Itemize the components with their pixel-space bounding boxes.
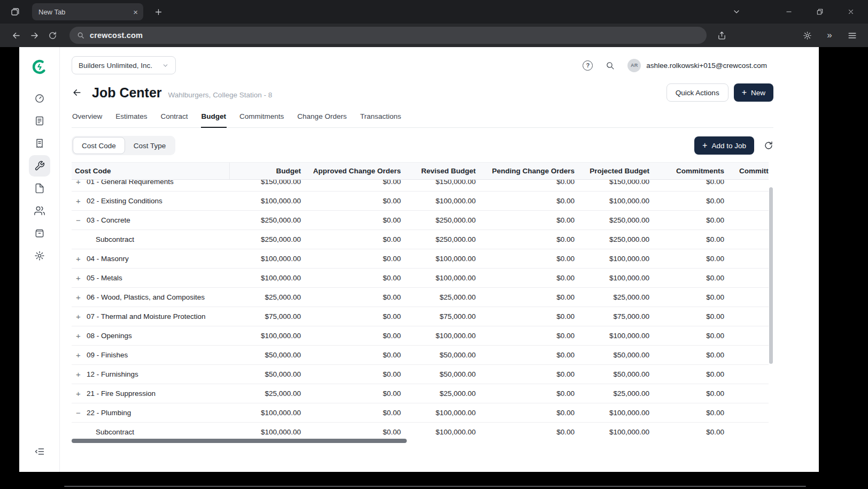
expand-icon[interactable]: +	[76, 197, 86, 205]
table-row[interactable]: −22 - Plumbing$100,000.00$0.00$100,000.0…	[72, 403, 769, 423]
url-bar[interactable]: crewcost.com	[69, 27, 707, 44]
table-row[interactable]: +02 - Existing Conditions$100,000.00$0.0…	[72, 192, 769, 211]
back-arrow-icon[interactable]	[72, 86, 86, 100]
table-row[interactable]: +05 - Metals$100,000.00$0.00$100,000.00$…	[72, 269, 769, 288]
people-icon[interactable]	[29, 200, 50, 221]
horizontal-scrollbar-thumb[interactable]	[72, 439, 407, 443]
file-icon[interactable]	[29, 178, 50, 199]
tab-stacks-icon[interactable]	[7, 4, 22, 19]
tab-change-orders[interactable]: Change Orders	[297, 110, 347, 127]
vertical-scrollbar[interactable]	[769, 181, 773, 437]
table-row[interactable]: +12 - Furnishings$50,000.00$0.00$50,000.…	[72, 365, 769, 384]
amount-cell: $0.00	[301, 389, 401, 398]
table-row[interactable]: +08 - Openings$100,000.00$0.00$100,000.0…	[72, 326, 769, 346]
amount-cell: $0.00	[301, 293, 401, 301]
tab-transactions[interactable]: Transactions	[360, 110, 402, 127]
amount-cell: $0.00	[476, 428, 575, 436]
amount-cell: $50,000.00	[401, 351, 476, 359]
jobs-wrench-icon[interactable]	[29, 155, 50, 177]
table-controls: Cost CodeCost Type + Add to Job	[72, 136, 773, 155]
tab-overview[interactable]: Overview	[72, 110, 103, 127]
expand-icon[interactable]: +	[76, 389, 86, 398]
table-row[interactable]: +21 - Fire Suppression$25,000.00$0.00$25…	[72, 384, 769, 403]
amount-cell: $0.00	[301, 370, 401, 378]
menu-icon[interactable]	[844, 28, 859, 43]
amount-cell: $0.00	[476, 255, 575, 263]
window-controls	[729, 4, 858, 19]
amount-cell: $0.00	[476, 370, 575, 378]
tab-close-icon[interactable]: ×	[133, 8, 138, 16]
amount-cell: $0.00	[476, 351, 575, 359]
table-row[interactable]: +01 - General Requirements$150,000.00$0.…	[72, 180, 769, 192]
tab-commitments[interactable]: Commitments	[239, 110, 284, 127]
app-search-icon[interactable]	[606, 61, 615, 70]
crewcost-logo[interactable]	[30, 58, 49, 76]
view-option-cost-code[interactable]: Cost Code	[73, 137, 125, 154]
help-icon[interactable]: ?	[583, 60, 593, 71]
add-to-job-label: Add to Job	[711, 142, 746, 150]
horizontal-scrollbar[interactable]	[72, 439, 769, 443]
quick-actions-button[interactable]: Quick Actions	[666, 83, 728, 102]
view-option-cost-type[interactable]: Cost Type	[125, 137, 175, 154]
invoice-document-icon[interactable]	[29, 110, 50, 132]
settings-gear-icon[interactable]	[800, 28, 815, 43]
amount-cell: $25,000.00	[230, 389, 301, 398]
cost-code-cell: +07 - Thermal and Moisture Protection	[72, 312, 230, 320]
tab-list-chevron-icon[interactable]	[729, 4, 744, 19]
collapse-icon[interactable]: −	[76, 409, 86, 417]
amount-cell: $0.00	[649, 216, 724, 224]
expand-icon[interactable]: +	[76, 293, 86, 301]
amount-cell: $0.00	[649, 293, 724, 301]
amount-cell: $100,000.00	[401, 197, 476, 205]
table-row[interactable]: Subcontract$100,000.00$0.00$100,000.00$0…	[72, 423, 769, 437]
vertical-scrollbar-thumb[interactable]	[769, 187, 773, 364]
table-row[interactable]: +07 - Thermal and Moisture Protection$75…	[72, 307, 769, 326]
amount-cell: $0.00	[649, 235, 724, 243]
amount-cell: $0.00	[649, 428, 724, 436]
amount-cell: $100,000.00	[401, 332, 476, 340]
receipt-icon[interactable]	[29, 133, 50, 154]
back-icon[interactable]	[9, 28, 24, 43]
forward-icon[interactable]	[27, 28, 42, 43]
minimize-icon[interactable]	[781, 4, 796, 19]
gear-icon[interactable]	[29, 245, 50, 266]
tab-contract[interactable]: Contract	[160, 110, 189, 127]
expand-icon[interactable]: +	[76, 370, 86, 378]
table-row[interactable]: +04 - Masonry$100,000.00$0.00$100,000.00…	[72, 249, 769, 269]
amount-cell: $0.00	[301, 409, 401, 417]
user-menu[interactable]: AR ashlee.rolkowski+015@crewcost.com	[627, 59, 767, 72]
expand-icon[interactable]: +	[76, 255, 86, 263]
reload-icon[interactable]	[45, 28, 60, 43]
share-icon[interactable]	[714, 28, 729, 43]
collapse-sidebar-icon[interactable]	[29, 441, 50, 462]
box-icon[interactable]	[29, 223, 50, 244]
amount-cell: $0.00	[301, 312, 401, 320]
expand-icon[interactable]: +	[76, 312, 86, 320]
close-window-icon[interactable]	[843, 4, 858, 19]
refresh-icon[interactable]	[764, 141, 773, 150]
main-content: Builders Unlimited, Inc. ? AR ashlee.rol…	[60, 47, 819, 472]
expand-icon[interactable]: +	[76, 274, 86, 282]
overflow-chevrons-icon[interactable]: »	[822, 28, 837, 43]
add-to-job-button[interactable]: + Add to Job	[694, 136, 754, 155]
expand-icon[interactable]: +	[76, 332, 86, 340]
table-row[interactable]: −03 - Concrete$250,000.00$0.00$250,000.0…	[72, 211, 769, 230]
table-row[interactable]: +06 - Wood, Plastics, and Composites$25,…	[72, 288, 769, 307]
expand-icon[interactable]: +	[76, 180, 86, 186]
new-tab-icon[interactable]	[151, 4, 166, 19]
collapse-icon[interactable]: −	[76, 216, 86, 224]
table-row[interactable]: Subcontract$250,000.00$0.00$250,000.00$0…	[72, 230, 769, 249]
company-name: Builders Unlimited, Inc.	[79, 62, 152, 70]
company-selector[interactable]: Builders Unlimited, Inc.	[72, 56, 176, 74]
cost-code-label: 07 - Thermal and Moisture Protection	[87, 312, 206, 320]
new-button[interactable]: + New	[734, 83, 773, 102]
tab-estimates[interactable]: Estimates	[115, 110, 148, 127]
tab-budget[interactable]: Budget	[201, 110, 227, 127]
cost-code-label: 09 - Finishes	[87, 351, 128, 359]
browser-tab[interactable]: New Tab ×	[32, 3, 143, 20]
table-row[interactable]: +09 - Finishes$50,000.00$0.00$50,000.00$…	[72, 346, 769, 365]
top-right-cluster: ? AR ashlee.rolkowski+015@crewcost.com	[583, 59, 767, 72]
expand-icon[interactable]: +	[76, 351, 86, 359]
dashboard-gauge-icon[interactable]	[29, 88, 50, 109]
restore-window-icon[interactable]	[812, 4, 827, 19]
